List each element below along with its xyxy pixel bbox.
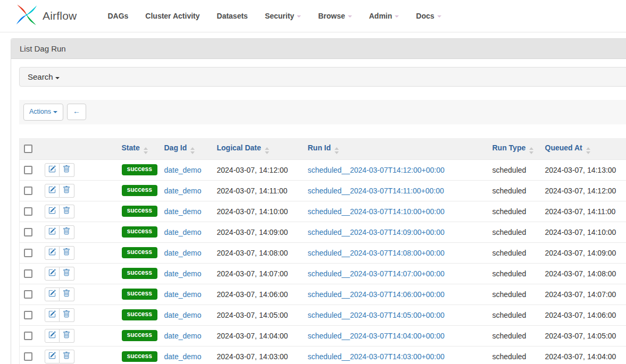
- table-header-row: State Dag Id Logical Date Run Id Run Typ…: [20, 138, 626, 160]
- row-checkbox[interactable]: [24, 311, 32, 319]
- edit-row-button[interactable]: [45, 246, 60, 260]
- dag-id-link[interactable]: date_demo: [164, 290, 202, 299]
- nav-item-docs[interactable]: Docs: [407, 6, 449, 26]
- select-all-cell: [20, 138, 40, 160]
- run-id-link[interactable]: scheduled__2024-03-07T14:04:00+00:00: [308, 332, 445, 340]
- sort-arrows-icon: [335, 147, 339, 154]
- table-row: success date_demo 2024-03-07, 14:07:00 s…: [20, 263, 626, 284]
- delete-row-button[interactable]: [60, 329, 74, 343]
- edit-icon: [48, 331, 56, 340]
- run-id-link[interactable]: scheduled__2024-03-07T14:12:00+00:00: [308, 166, 445, 174]
- nav-item-security[interactable]: Security: [256, 6, 310, 26]
- row-checkbox[interactable]: [24, 228, 32, 236]
- dag-id-link[interactable]: date_demo: [164, 332, 202, 340]
- delete-row-button[interactable]: [60, 350, 74, 363]
- column-header-state[interactable]: State: [118, 138, 160, 160]
- row-checkbox[interactable]: [24, 166, 32, 174]
- run-id-link[interactable]: scheduled__2024-03-07T14:05:00+00:00: [308, 311, 445, 319]
- chevron-down-icon: [297, 15, 301, 18]
- dag-id-link[interactable]: date_demo: [164, 269, 202, 278]
- logical-date-cell: 2024-03-07, 14:08:00: [213, 242, 304, 263]
- search-toggle[interactable]: Search: [19, 67, 626, 87]
- column-header-dag-id[interactable]: Dag Id: [160, 138, 213, 160]
- row-checkbox[interactable]: [24, 352, 32, 361]
- search-label: Search: [28, 72, 53, 81]
- dag-id-link[interactable]: date_demo: [164, 228, 202, 236]
- row-checkbox[interactable]: [24, 269, 32, 278]
- column-header-queued-at[interactable]: Queued At: [541, 138, 626, 160]
- table-row: success date_demo 2024-03-07, 14:06:00 s…: [20, 284, 626, 304]
- delete-row-button[interactable]: [60, 308, 74, 322]
- table-row: success date_demo 2024-03-07, 14:03:00 s…: [20, 346, 626, 364]
- dag-id-link[interactable]: date_demo: [164, 352, 202, 361]
- table-row: success date_demo 2024-03-07, 14:05:00 s…: [20, 304, 626, 325]
- delete-row-button[interactable]: [60, 205, 74, 218]
- queued-at-cell: 2024-03-07, 14:13:00: [541, 159, 626, 180]
- delete-row-button[interactable]: [60, 184, 74, 198]
- run-id-link[interactable]: scheduled__2024-03-07T14:11:00+00:00: [308, 187, 444, 195]
- run-id-link[interactable]: scheduled__2024-03-07T14:06:00+00:00: [308, 290, 445, 299]
- nav-item-admin[interactable]: Admin: [361, 6, 408, 26]
- edit-row-button[interactable]: [45, 267, 60, 281]
- status-badge: success: [122, 309, 157, 320]
- column-header-logical-date[interactable]: Logical Date: [213, 138, 304, 160]
- logical-date-cell: 2024-03-07, 14:05:00: [213, 304, 304, 325]
- delete-row-button[interactable]: [60, 287, 74, 301]
- status-badge: success: [122, 330, 157, 341]
- dag-id-link[interactable]: date_demo: [164, 311, 202, 319]
- edit-row-button[interactable]: [45, 350, 60, 363]
- delete-row-button[interactable]: [60, 246, 74, 260]
- nav-item-datasets[interactable]: Datasets: [208, 6, 256, 26]
- queued-at-cell: 2024-03-07, 14:09:00: [541, 242, 626, 263]
- dag-id-link[interactable]: date_demo: [164, 166, 202, 174]
- run-type-cell: scheduled: [488, 222, 541, 242]
- trash-icon: [63, 269, 70, 278]
- edit-icon: [48, 227, 56, 236]
- trash-icon: [63, 331, 70, 340]
- status-badge: success: [122, 247, 157, 258]
- edit-row-button[interactable]: [45, 205, 60, 218]
- row-checkbox[interactable]: [24, 290, 32, 299]
- queued-at-cell: 2024-03-07, 14:10:00: [541, 222, 626, 242]
- row-checkbox[interactable]: [24, 332, 32, 340]
- edit-row-button[interactable]: [45, 308, 60, 322]
- page-title: List Dag Run: [11, 39, 626, 59]
- trash-icon: [63, 310, 70, 319]
- queued-at-cell: 2024-03-07, 14:05:00: [541, 325, 626, 346]
- run-id-link[interactable]: scheduled__2024-03-07T14:03:00+00:00: [308, 352, 445, 361]
- top-navbar: Airflow DAGs Cluster Activity Datasets S…: [0, 0, 626, 32]
- delete-row-button[interactable]: [60, 163, 74, 177]
- edit-row-button[interactable]: [45, 287, 60, 301]
- edit-row-button[interactable]: [45, 329, 60, 343]
- run-id-link[interactable]: scheduled__2024-03-07T14:07:00+00:00: [308, 269, 445, 278]
- row-checkbox[interactable]: [24, 207, 32, 216]
- run-id-link[interactable]: scheduled__2024-03-07T14:10:00+00:00: [308, 207, 445, 216]
- chevron-down-icon: [395, 15, 399, 18]
- nav-item-cluster-activity[interactable]: Cluster Activity: [137, 6, 208, 26]
- edit-row-button[interactable]: [45, 225, 60, 239]
- actions-dropdown-button[interactable]: Actions: [23, 104, 63, 121]
- airflow-brand-link[interactable]: Airflow: [15, 3, 77, 29]
- delete-row-button[interactable]: [60, 267, 74, 281]
- sort-arrows-icon: [586, 147, 590, 154]
- edit-row-button[interactable]: [45, 184, 60, 198]
- select-all-checkbox[interactable]: [24, 145, 32, 153]
- column-header-run-type[interactable]: Run Type: [488, 138, 541, 160]
- dag-id-link[interactable]: date_demo: [164, 207, 202, 216]
- dag-id-link[interactable]: date_demo: [164, 249, 202, 257]
- back-button[interactable]: ←: [67, 104, 86, 120]
- run-id-link[interactable]: scheduled__2024-03-07T14:09:00+00:00: [308, 228, 445, 236]
- logical-date-cell: 2024-03-07, 14:09:00: [213, 222, 304, 242]
- row-checkbox[interactable]: [24, 249, 32, 257]
- run-id-link[interactable]: scheduled__2024-03-07T14:08:00+00:00: [308, 249, 445, 257]
- column-header-run-id[interactable]: Run Id: [304, 138, 488, 160]
- status-badge: success: [122, 206, 157, 216]
- nav-item-browse[interactable]: Browse: [310, 6, 361, 26]
- delete-row-button[interactable]: [60, 225, 74, 239]
- edit-icon: [48, 269, 56, 278]
- edit-row-button[interactable]: [45, 163, 60, 177]
- row-checkbox[interactable]: [24, 187, 32, 195]
- nav-item-dags[interactable]: DAGs: [99, 6, 137, 26]
- dag-id-link[interactable]: date_demo: [164, 187, 202, 195]
- logical-date-cell: 2024-03-07, 14:11:00: [213, 180, 304, 201]
